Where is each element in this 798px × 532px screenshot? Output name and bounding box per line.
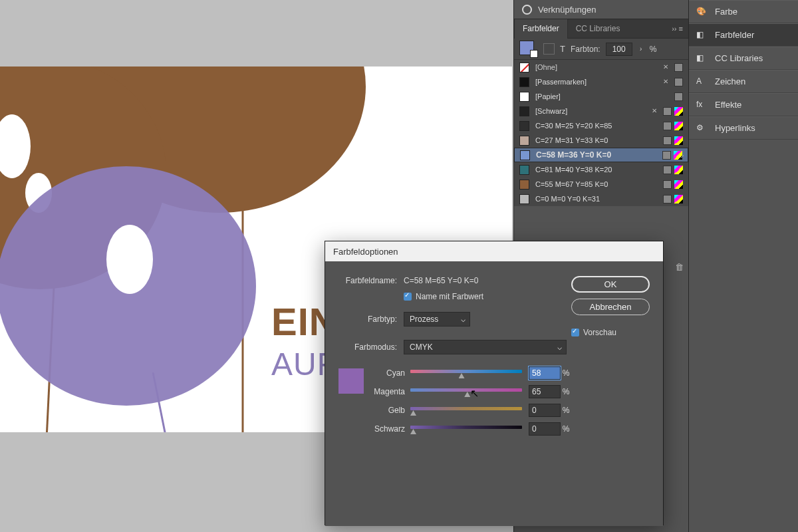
color-type-label: Farbtyp: [338,315,404,324]
cmyk-input[interactable] [529,385,561,398]
cmyk-icon [674,122,683,130]
trash-icon[interactable]: 🗑 [675,262,684,272]
cmyk-slider[interactable] [410,426,522,432]
swatches-panel-body: T Farbton: › % [Ohne]✕[Passermarken]✕[Pa… [514,39,688,206]
rail-icon: ⚙ [696,123,707,134]
rail-item-zeichen[interactable]: AZeichen [688,70,798,93]
cancel-button[interactable]: Abbrechen [571,299,650,315]
cmyk-input[interactable] [529,404,561,417]
cmyk-row-magenta: Magenta% [370,385,571,398]
tint-label: Farbton: [571,45,600,54]
swatch-name: [Passermarken] [535,78,660,86]
preview-checkbox[interactable] [571,329,579,336]
cmyk-label: Gelb [370,406,410,415]
cmyk-row-schwarz: Schwarz% [370,422,571,436]
color-model-icon [663,166,672,174]
cmyk-icon [674,136,683,145]
cmyk-percent: % [561,368,571,378]
swatches-panel-tabs: Farbfelder CC Libraries ›› ≡ [514,19,688,39]
fill-stroke-proxy[interactable] [519,41,538,58]
swatch-row[interactable]: C=81 M=40 Y=38 K=20 [514,162,688,177]
tint-stepper-icon[interactable]: › [638,45,644,53]
color-model-icon [663,122,672,130]
rail-icon: A [696,76,707,87]
ok-button[interactable]: OK [571,276,650,293]
slider-thumb-icon[interactable] [464,392,470,397]
swatch-name-label: Farbfeldname: [338,276,404,285]
swatch-chip [519,194,529,204]
cmyk-icon [674,180,683,189]
cmyk-icon [674,166,683,174]
color-model-icon [663,107,672,116]
swatch-chip [519,63,529,72]
swatch-row[interactable]: C=55 M=67 Y=85 K=0 [514,177,688,192]
swatch-row[interactable]: [Schwarz]✕ [514,104,688,118]
slider-thumb-icon[interactable] [410,429,416,434]
tab-swatches[interactable]: Farbfelder [514,19,568,39]
text-format-icon[interactable]: T [560,44,565,54]
cmyk-icon [674,107,683,116]
swatch-name: C=0 M=0 Y=0 K=31 [535,195,660,203]
lock-icon: ✕ [663,63,672,72]
color-mode-select[interactable]: CMYK [404,340,567,354]
swatch-row[interactable]: [Passermarken]✕ [514,74,688,89]
swatch-name: C=81 M=40 Y=38 K=20 [535,166,660,174]
cmyk-slider[interactable] [410,388,522,395]
swatch-name: C=30 M=25 Y=20 K=85 [535,122,660,130]
swatch-name: C=55 M=67 Y=85 K=0 [535,180,660,188]
swatch-name: C=27 M=31 Y=33 K=0 [535,136,660,144]
cmyk-slider[interactable] [410,407,522,414]
swatch-chip [520,150,530,160]
rail-item-hyperlinks[interactable]: ⚙Hyperlinks [688,116,798,140]
swatch-chip [519,136,529,146]
cmyk-label: Schwarz [370,424,410,434]
swatch-row[interactable]: [Ohne]✕ [514,60,688,74]
swatch-chip [519,165,529,175]
slider-thumb-icon[interactable] [459,373,465,378]
color-model-icon [663,195,672,203]
right-dock: 🎨Farbe◧Farbfelder◧CC LibrariesAZeichenfx… [688,0,798,532]
rail-icon: ◧ [696,53,707,64]
swatch-chip [519,92,529,102]
swatch-options-dialog: Farbfeldoptionen Farbfeldname: C=58 M=65… [325,241,664,525]
tab-cc-libraries[interactable]: CC Libraries [568,19,628,39]
name-with-value-label: Name mit Farbwert [416,292,483,301]
color-preview [338,368,364,394]
rail-item-cc-libraries[interactable]: ◧CC Libraries [688,47,798,70]
swatch-toolbar: T Farbton: › % [514,39,688,60]
rail-item-farbfelder[interactable]: ◧Farbfelder [688,23,798,47]
swatch-list: [Ohne]✕[Passermarken]✕[Papier][Schwarz]✕… [514,60,688,206]
swatch-row[interactable]: C=58 M=36 Y=0 K=0 [514,148,688,162]
swatch-row[interactable]: C=0 M=0 Y=0 K=31 [514,192,688,206]
tint-input[interactable] [606,43,632,56]
lock-icon: ✕ [652,107,660,116]
color-model-icon [674,78,683,86]
swatch-row[interactable]: C=30 M=25 Y=20 K=85 [514,118,688,133]
container-format-icon[interactable] [543,43,555,55]
swatch-chip [519,77,529,87]
cmyk-icon [674,151,682,160]
rail-item-effekte[interactable]: fxEffekte [688,93,798,116]
cmyk-slider[interactable] [410,370,522,376]
name-with-value-checkbox[interactable] [404,293,412,301]
cmyk-row-cyan: Cyan% [370,366,571,380]
lock-icon: ✕ [663,78,672,86]
panel-collapse-icon[interactable]: ›› ≡ [666,25,688,33]
cmyk-input[interactable] [529,366,561,380]
color-model-icon [674,63,683,72]
rail-item-farbe[interactable]: 🎨Farbe [688,0,798,23]
color-model-icon [663,136,672,145]
slider-thumb-icon[interactable] [410,410,416,416]
swatch-row[interactable]: [Papier] [514,89,688,104]
tint-percent: % [650,45,657,54]
swatch-name-value: C=58 M=65 Y=0 K=0 [404,276,479,285]
swatch-row[interactable]: C=27 M=31 Y=33 K=0 [514,133,688,148]
rail-icon: 🎨 [696,7,707,17]
color-type-select[interactable]: Prozess [404,312,470,327]
cmyk-row-gelb: Gelb% [370,404,571,417]
cmyk-input[interactable] [529,422,561,436]
svg-point-8 [106,225,153,294]
cmyk-label: Magenta [370,387,410,396]
links-panel-header[interactable]: Verknüpfungen [514,0,688,19]
swatch-name: [Ohne] [535,63,660,71]
